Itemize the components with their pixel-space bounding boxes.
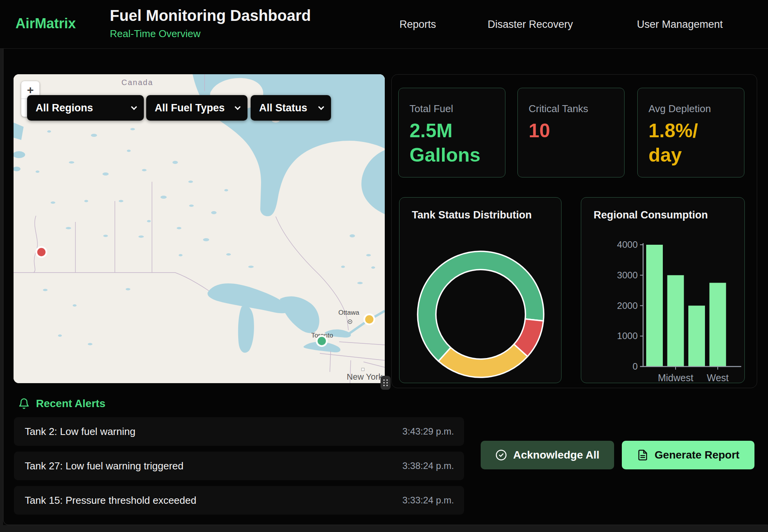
y-tick-label: 0: [633, 361, 638, 372]
y-tick-label: 4000: [617, 239, 638, 250]
recent-alerts-header: Recent Alerts: [18, 395, 105, 412]
stat-value: 10: [529, 119, 613, 143]
recent-alerts-title: Recent Alerts: [36, 397, 105, 410]
alert-message: Tank 2: Low fuel warning: [25, 426, 135, 438]
bottom-strip: [0, 525, 768, 532]
stat-card-critical-tanks: Critical Tanks 10: [517, 88, 625, 177]
acknowledge-all-label: Acknowledge All: [513, 449, 599, 461]
x-tick-label: West: [707, 372, 729, 383]
bar-0: [646, 245, 663, 367]
acknowledge-all-button[interactable]: Acknowledge All: [481, 441, 614, 469]
x-tick-label: Midwest: [658, 372, 693, 383]
page-subtitle: Real-Time Overview: [110, 28, 201, 40]
brand-logo: AirMatrix: [15, 15, 76, 32]
y-tick-label: 3000: [617, 270, 638, 280]
map-label-ottawa: Ottawa: [338, 309, 359, 316]
stat-value: 2.5M Gallons: [410, 119, 494, 167]
bar-2: [688, 306, 705, 367]
regional-consumption-card: Regional Consumption 01000200030004000Mi…: [581, 197, 745, 383]
alert-timestamp: 3:33:24 p.m.: [403, 495, 454, 506]
regional-consumption-bar-chart: 01000200030004000MidwestWest: [581, 198, 745, 383]
header: AirMatrix Fuel Monitoring Dashboard Real…: [0, 0, 768, 49]
stat-label: Avg Depletion: [649, 103, 733, 115]
tank-status-distribution-card: Tank Status Distribution: [399, 197, 561, 383]
tank-status-donut-chart: [399, 198, 562, 383]
status-filter-value: All Status: [259, 102, 307, 114]
dashboard: AirMatrix Fuel Monitoring Dashboard Real…: [0, 0, 768, 532]
generate-report-label: Generate Report: [655, 449, 739, 461]
alert-message: Tank 27: Low fuel warning triggered: [25, 460, 183, 472]
chart-title: Tank Status Distribution: [412, 209, 532, 221]
nav-item-disaster-recovery[interactable]: Disaster Recovery: [488, 0, 573, 49]
chart-title: Regional Consumption: [594, 209, 708, 221]
chevron-down-icon: [131, 104, 137, 110]
region-filter-dropdown[interactable]: All Regions: [27, 95, 144, 121]
tank-marker-warning[interactable]: [364, 314, 374, 324]
map-city-dot-core: [349, 321, 351, 322]
tank-marker-operational[interactable]: [317, 336, 327, 346]
tank-marker-critical[interactable]: [36, 247, 46, 257]
page-title: Fuel Monitoring Dashboard: [110, 7, 311, 24]
map-label-new-york: New York: [347, 372, 383, 382]
region-filter-value: All Regions: [36, 102, 93, 114]
file-report-icon: [637, 449, 649, 461]
chevron-down-icon: [235, 104, 241, 110]
alert-list-item: Tank 2: Low fuel warning 3:43:29 p.m.: [14, 417, 464, 446]
y-tick-label: 1000: [617, 331, 638, 341]
y-tick-label: 2000: [617, 300, 638, 311]
map-label-country: Canada: [121, 78, 153, 87]
alert-timestamp: 3:43:29 p.m.: [403, 426, 454, 437]
stat-card-total-fuel: Total Fuel 2.5M Gallons: [398, 88, 505, 177]
donut-segment-warning: [439, 344, 527, 377]
stat-card-avg-depletion: Avg Depletion 1.8%/ day: [637, 88, 744, 177]
nav-item-reports[interactable]: Reports: [399, 0, 436, 49]
stat-label: Critical Tanks: [529, 103, 613, 115]
nav-item-user-management[interactable]: User Management: [637, 0, 723, 49]
chevron-down-icon: [318, 104, 324, 110]
fuel-type-filter-dropdown[interactable]: All Fuel Types: [146, 95, 247, 121]
check-circle-icon: [495, 449, 507, 461]
fuel-type-filter-value: All Fuel Types: [155, 102, 225, 114]
bar-3: [710, 283, 726, 367]
alert-timestamp: 3:38:24 p.m.: [403, 460, 454, 471]
map-city-square: [362, 368, 364, 371]
alert-list-item: Tank 27: Low fuel warning triggered 3:38…: [14, 452, 464, 480]
bar-1: [667, 275, 684, 367]
stat-value: 1.8%/ day: [649, 119, 733, 167]
grip-dots-icon: [381, 376, 391, 390]
alert-message: Tank 15: Pressure threshold exceeded: [25, 494, 196, 506]
status-filter-dropdown[interactable]: All Status: [251, 95, 331, 121]
drag-grip-handle[interactable]: [381, 376, 391, 390]
generate-report-button[interactable]: Generate Report: [622, 441, 754, 469]
bell-icon: [18, 397, 30, 410]
stat-label: Total Fuel: [410, 103, 494, 115]
alert-list-item: Tank 15: Pressure threshold exceeded 3:3…: [14, 486, 464, 515]
left-gutter: [0, 49, 3, 525]
